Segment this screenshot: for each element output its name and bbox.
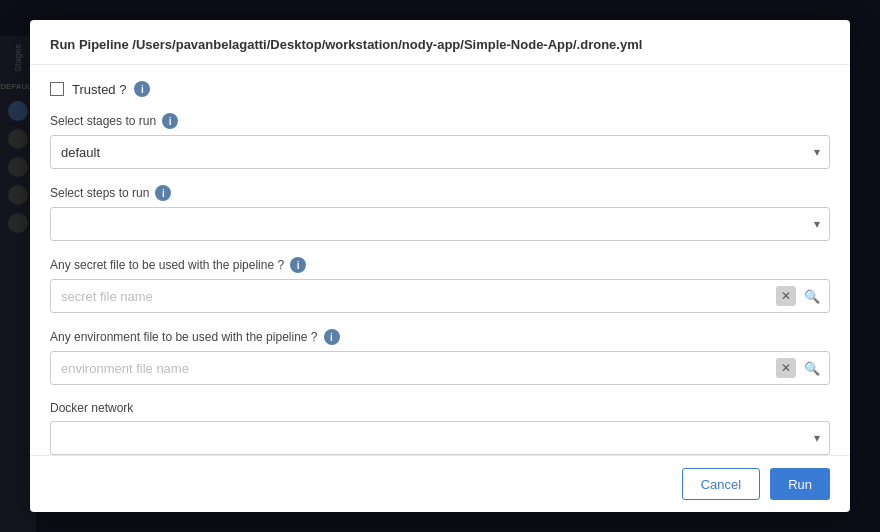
steps-info-icon[interactable]: i bbox=[155, 185, 171, 201]
trusted-label: Trusted ? bbox=[72, 82, 126, 97]
docker-network-row: Docker network ▾ bbox=[50, 401, 830, 455]
select-stages-label: Select stages to run i bbox=[50, 113, 830, 129]
select-steps-label: Select steps to run i bbox=[50, 185, 830, 201]
stages-select-wrapper: default ▾ bbox=[50, 135, 830, 169]
env-file-input[interactable] bbox=[50, 351, 830, 385]
modal-body: Trusted ? i Select stages to run i defau… bbox=[30, 65, 850, 455]
trusted-row: Trusted ? i bbox=[50, 81, 830, 97]
secret-file-clear-btn[interactable]: ✕ bbox=[776, 286, 796, 306]
stages-select[interactable]: default bbox=[50, 135, 830, 169]
modal-header: Run Pipeline /Users/pavanbelagatti/Deskt… bbox=[30, 20, 850, 65]
env-file-clear-btn[interactable]: ✕ bbox=[776, 358, 796, 378]
env-file-wrapper: ✕ 🔍 bbox=[50, 351, 830, 385]
stages-info-icon[interactable]: i bbox=[162, 113, 178, 129]
env-file-icons: ✕ 🔍 bbox=[776, 358, 822, 378]
docker-network-select-wrapper: ▾ bbox=[50, 421, 830, 455]
secret-file-icons: ✕ 🔍 bbox=[776, 286, 822, 306]
env-info-icon[interactable]: i bbox=[324, 329, 340, 345]
steps-select[interactable] bbox=[50, 207, 830, 241]
env-file-row: Any environment file to be used with the… bbox=[50, 329, 830, 385]
steps-select-wrapper: ▾ bbox=[50, 207, 830, 241]
secret-file-label: Any secret file to be used with the pipe… bbox=[50, 257, 830, 273]
secret-info-icon[interactable]: i bbox=[290, 257, 306, 273]
docker-network-select[interactable] bbox=[50, 421, 830, 455]
modal-title: Run Pipeline /Users/pavanbelagatti/Deskt… bbox=[50, 37, 642, 52]
trusted-checkbox[interactable] bbox=[50, 82, 64, 96]
env-file-search-btn[interactable]: 🔍 bbox=[802, 358, 822, 378]
secret-file-search-btn[interactable]: 🔍 bbox=[802, 286, 822, 306]
select-stages-row: Select stages to run i default ▾ bbox=[50, 113, 830, 169]
secret-file-input[interactable] bbox=[50, 279, 830, 313]
modal-overlay: Run Pipeline /Users/pavanbelagatti/Deskt… bbox=[0, 0, 880, 532]
select-steps-row: Select steps to run i ▾ bbox=[50, 185, 830, 241]
secret-file-wrapper: ✕ 🔍 bbox=[50, 279, 830, 313]
modal-footer: Cancel Run bbox=[30, 455, 850, 512]
run-button[interactable]: Run bbox=[770, 468, 830, 500]
trusted-info-icon[interactable]: i bbox=[134, 81, 150, 97]
secret-file-row: Any secret file to be used with the pipe… bbox=[50, 257, 830, 313]
docker-network-label: Docker network bbox=[50, 401, 830, 415]
env-file-label: Any environment file to be used with the… bbox=[50, 329, 830, 345]
cancel-button[interactable]: Cancel bbox=[682, 468, 760, 500]
run-pipeline-modal: Run Pipeline /Users/pavanbelagatti/Deskt… bbox=[30, 20, 850, 512]
